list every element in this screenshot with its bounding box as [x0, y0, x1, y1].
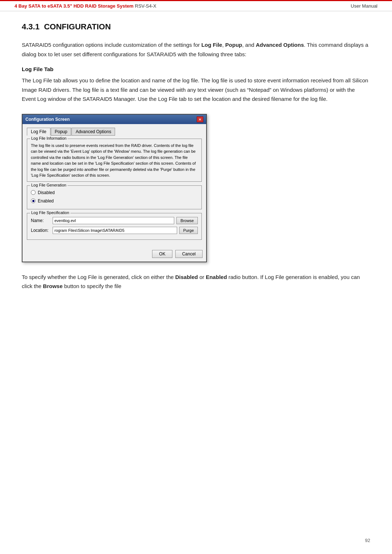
log-generation-title: Log File Generation [30, 183, 68, 187]
tabs-row: Log File Popup Advanced Options [27, 128, 202, 136]
radio-disabled-label: Disabled [38, 189, 55, 196]
radio-disabled-row: Disabled [31, 189, 198, 196]
configuration-dialog: Configuration Screen × Log File Popup Ad… [22, 114, 207, 262]
section-heading: CONFIGURATION [44, 22, 111, 31]
name-input[interactable] [53, 217, 174, 224]
tab-log-file[interactable]: Log File [27, 128, 50, 136]
radio-enabled-row: Enabled [31, 198, 198, 204]
dialog-close-button[interactable]: × [197, 116, 203, 122]
log-generation-content: Disabled Enabled [31, 189, 198, 204]
dialog-title: Configuration Screen [25, 117, 70, 122]
name-row: Name: Browse [31, 217, 198, 224]
dialog-titlebar: Configuration Screen × [23, 115, 206, 124]
log-info-group: Log File Information The log file is use… [27, 139, 202, 182]
header-product: 4 Bay SATA to eSATA 3.5" HDD RAID Storag… [15, 3, 156, 9]
dialog-wrapper: Configuration Screen × Log File Popup Ad… [22, 114, 370, 262]
name-label: Name: [31, 217, 53, 224]
cancel-button[interactable]: Cancel [175, 250, 203, 258]
location-input[interactable] [53, 227, 177, 234]
log-spec-group: Log File Specification Name: Browse Loca… [27, 213, 202, 240]
tab-advanced-options[interactable]: Advanced Options [72, 128, 115, 136]
product-name-bold: 4 Bay SATA to eSATA 3.5" HDD RAID Storag… [15, 3, 134, 9]
ok-button[interactable]: OK [152, 250, 172, 258]
product-model: RSV-S4-X [134, 3, 156, 9]
section-number: 4.3.1 [22, 22, 40, 31]
page-number: 92 [365, 538, 370, 543]
purge-button[interactable]: Purge [179, 227, 198, 234]
log-info-text: The log file is used to preserve events … [31, 143, 198, 178]
intro-paragraph: SATARAID5 configuration options include … [22, 40, 370, 59]
tab-popup[interactable]: Popup [51, 128, 72, 136]
header-bar: 4 Bay SATA to eSATA 3.5" HDD RAID Storag… [0, 0, 392, 11]
dialog-footer: OK Cancel [23, 247, 206, 262]
log-spec-title: Log File Specification [30, 210, 70, 215]
radio-enabled[interactable] [31, 198, 36, 203]
footer-paragraph: To specify whether the Log File is gener… [22, 272, 370, 291]
location-label: Location: [31, 227, 53, 234]
section-title: 4.3.1 CONFIGURATION [22, 22, 370, 32]
log-file-tab-body: The Log File tab allows you to define th… [22, 76, 370, 104]
radio-disabled[interactable] [31, 190, 36, 195]
main-content: 4.3.1 CONFIGURATION SATARAID5 configurat… [0, 11, 392, 309]
location-row: Location: Purge [31, 227, 198, 234]
log-generation-group: Log File Generation Disabled Enabled [27, 185, 202, 209]
header-manual-label: User Manual [351, 3, 377, 9]
dialog-body: Log File Popup Advanced Options Log File… [23, 124, 206, 247]
log-info-title: Log File Information [30, 136, 68, 140]
radio-enabled-label: Enabled [38, 198, 54, 204]
browse-button[interactable]: Browse [176, 217, 198, 224]
log-file-tab-heading: Log File Tab [22, 66, 370, 72]
log-spec-content: Name: Browse Location: Purge [31, 217, 198, 234]
